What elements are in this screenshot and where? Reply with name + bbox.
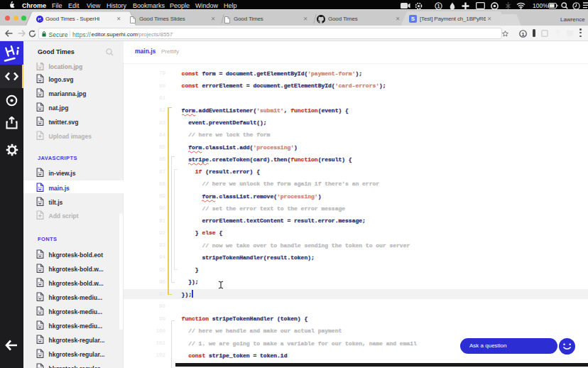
svg-text:1: 1: [521, 31, 525, 37]
svg-text:1: 1: [437, 4, 440, 9]
svg-text:S: S: [411, 16, 415, 22]
